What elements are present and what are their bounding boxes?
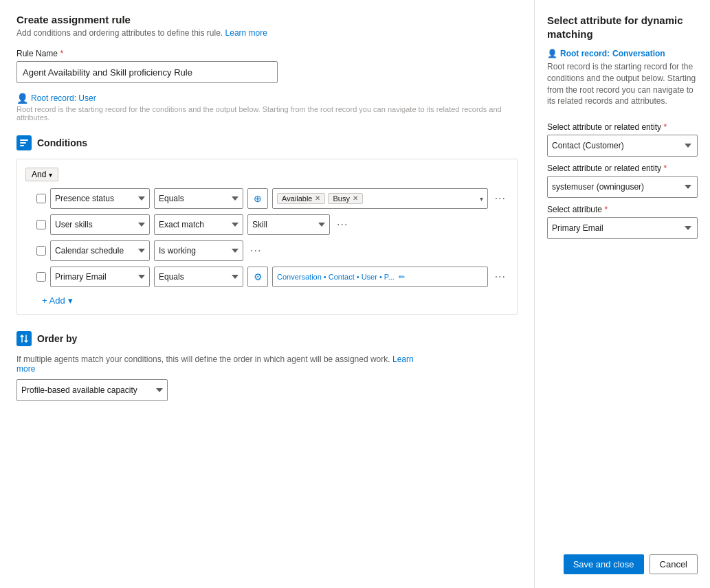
tags-field-1[interactable]: Available ✕ Busy ✕ ▾ xyxy=(272,188,488,209)
more-btn-2[interactable]: ··· xyxy=(334,218,351,231)
and-chevron-icon: ▾ xyxy=(49,171,52,179)
sp-entity-select-2[interactable]: systemuser (owninguser) xyxy=(547,176,698,198)
side-panel: Select attribute for dynamic matching 👤 … xyxy=(535,0,710,588)
condition-checkbox-3[interactable] xyxy=(36,246,46,256)
conditions-title: Conditions xyxy=(37,137,87,148)
order-section-header: Order by xyxy=(16,331,518,346)
footer-buttons: Save and close Cancel xyxy=(564,554,698,574)
more-btn-4[interactable]: ··· xyxy=(492,271,509,283)
order-by-select[interactable]: Profile-based available capacity xyxy=(16,379,168,401)
root-record-info: 👤 Root record: User Root record is the s… xyxy=(16,93,518,122)
order-title: Order by xyxy=(37,333,77,344)
main-panel: Create assignment rule Add conditions an… xyxy=(0,0,535,588)
side-root-record-name: Conversation xyxy=(612,49,665,58)
tag-available: Available ✕ xyxy=(277,193,325,204)
field-select-4[interactable]: Primary Email xyxy=(50,267,150,287)
tag-busy: Busy ✕ xyxy=(328,193,362,204)
conditions-icon xyxy=(16,135,32,150)
rule-name-input[interactable] xyxy=(16,61,278,83)
field-select-2[interactable]: User skills xyxy=(50,214,150,235)
dynamic-value-text: Conversation • Contact • User • P... xyxy=(277,273,395,281)
tag-available-close[interactable]: ✕ xyxy=(315,195,320,202)
side-root-record-label: Root record: xyxy=(560,49,610,58)
sp-entity-label-2: Select attribute or related entity * xyxy=(547,163,698,173)
edit-icon-4[interactable]: ✏ xyxy=(399,273,405,282)
condition-checkbox-2[interactable] xyxy=(36,220,46,229)
presence-icon-btn-1[interactable]: ⊕ xyxy=(247,188,268,209)
tag-busy-close[interactable]: ✕ xyxy=(353,195,358,202)
root-record-person-icon: 👤 xyxy=(547,49,557,58)
order-section: Order by If multiple agents match your c… xyxy=(16,331,518,401)
and-badge-button[interactable]: And ▾ xyxy=(25,168,58,181)
condition-checkbox-4[interactable] xyxy=(36,272,46,282)
add-chevron-icon: ▾ xyxy=(68,295,73,306)
condition-checkbox-1[interactable] xyxy=(36,194,46,203)
field-select-1[interactable]: Presence status xyxy=(50,188,150,209)
side-panel-root-desc: Root record is the starting record for t… xyxy=(547,61,698,107)
sp-entity-label-1: Select attribute or related entity * xyxy=(547,122,698,132)
sp-attribute-label: Select attribute * xyxy=(547,205,698,214)
value-select-2[interactable]: Skill xyxy=(247,214,330,235)
learn-more-link[interactable]: Learn more xyxy=(225,28,267,38)
conditions-section-header: Conditions xyxy=(16,135,518,150)
rule-name-label: Rule Name * xyxy=(16,49,518,58)
dynamic-value-field-4[interactable]: Conversation • Contact • User • P... ✏ xyxy=(272,267,488,287)
conditions-block: And ▾ Presence status Equals ⊕ Available… xyxy=(16,159,518,315)
condition-row: Primary Email Equals ⚙ Conversation • Co… xyxy=(25,267,509,287)
svg-rect-0 xyxy=(20,139,28,141)
conditions-rows: Presence status Equals ⊕ Available ✕ Bus… xyxy=(25,188,509,287)
more-btn-1[interactable]: ··· xyxy=(492,192,509,205)
operator-select-1[interactable]: Equals xyxy=(154,188,243,209)
cancel-button[interactable]: Cancel xyxy=(650,554,698,574)
order-desc: If multiple agents match your conditions… xyxy=(16,354,429,374)
save-and-close-button[interactable]: Save and close xyxy=(564,554,644,574)
operator-select-4[interactable]: Equals xyxy=(154,267,243,287)
operator-select-2[interactable]: Exact match xyxy=(154,214,243,235)
condition-row: Presence status Equals ⊕ Available ✕ Bus… xyxy=(25,188,509,209)
page-subtitle: Add conditions and ordering attributes t… xyxy=(16,28,518,38)
add-condition-button[interactable]: + Add ▾ xyxy=(36,293,78,308)
page-title: Create assignment rule xyxy=(16,14,518,25)
sp-attribute-select[interactable]: Primary Email xyxy=(547,217,698,239)
side-panel-title: Select attribute for dynamic matching xyxy=(547,14,698,41)
root-record-desc: Root record is the starting record for t… xyxy=(16,105,511,122)
root-record-label: 👤 Root record: User xyxy=(16,93,518,104)
side-panel-root-record: 👤 Root record: Conversation Root record … xyxy=(547,49,698,107)
field-select-3[interactable]: Calendar schedule xyxy=(50,240,150,261)
operator-select-3[interactable]: Is working xyxy=(154,240,243,261)
order-icon xyxy=(16,331,32,346)
condition-row: Calendar schedule Is working ··· xyxy=(25,240,509,261)
condition-row: User skills Exact match Skill ··· xyxy=(25,214,509,235)
svg-rect-2 xyxy=(20,145,24,146)
more-btn-3[interactable]: ··· xyxy=(247,245,264,257)
dynamic-icon-btn-4[interactable]: ⚙ xyxy=(247,267,268,287)
sp-entity-select-1[interactable]: Contact (Customer) xyxy=(547,135,698,157)
tags-chevron-1: ▾ xyxy=(480,195,483,203)
svg-rect-1 xyxy=(20,142,26,144)
